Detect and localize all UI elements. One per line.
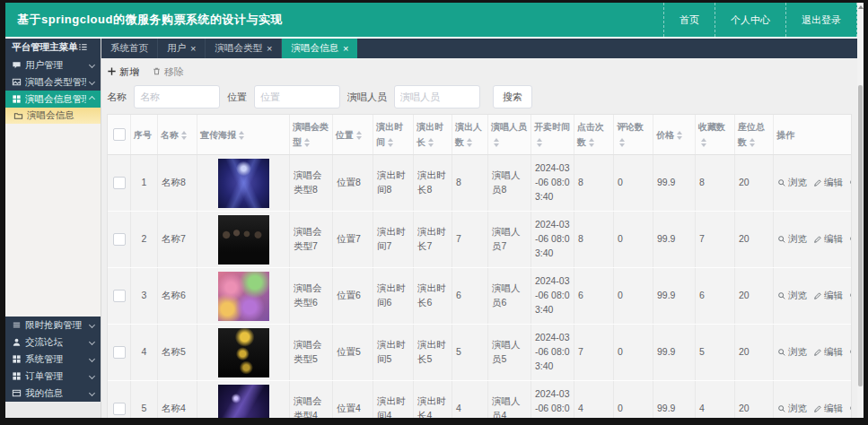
sidebar-item[interactable]: 限时抢购管理 [5, 317, 101, 334]
edit-button[interactable]: 编辑 [813, 289, 843, 303]
close-icon[interactable]: × [343, 44, 348, 54]
sort-carets[interactable] [304, 138, 310, 147]
nav-home-button[interactable]: 首页 [663, 3, 715, 37]
sidebar-subitem-label: 演唱会信息 [27, 109, 75, 122]
sort-descending-icon[interactable] [304, 143, 310, 147]
browse-button[interactable]: 浏览 [777, 289, 807, 303]
sort-carets[interactable] [467, 138, 472, 147]
poster-image [218, 272, 269, 321]
sort-carets[interactable] [428, 138, 434, 147]
close-icon[interactable]: × [267, 44, 272, 54]
sort-ascending-icon[interactable] [356, 131, 362, 134]
nav-profile-button[interactable]: 个人中心 [715, 3, 785, 37]
sort-descending-icon[interactable] [181, 136, 187, 140]
sort-carets[interactable] [537, 138, 542, 147]
remove-button[interactable]: 移除 [152, 65, 184, 79]
sidebar-item[interactable]: 演唱会类型管理 [5, 74, 101, 91]
view-comments-button[interactable]: 查看评论 [849, 232, 851, 247]
sidebar-item[interactable]: 系统管理 [5, 351, 101, 368]
sort-ascending-icon[interactable] [304, 138, 310, 142]
sort-descending-icon[interactable] [589, 143, 594, 147]
sort-ascending-icon[interactable] [467, 138, 472, 142]
sort-descending-icon[interactable] [677, 136, 682, 140]
sort-carets[interactable] [388, 138, 393, 147]
sort-carets[interactable] [494, 138, 499, 147]
sidebar-item[interactable]: 用户管理 [5, 56, 101, 74]
sidebar-item[interactable]: 演唱会信息管理 [5, 91, 101, 108]
browse-button[interactable]: 浏览 [777, 345, 807, 360]
singer-filter-input[interactable] [394, 85, 480, 108]
select-all-checkbox[interactable] [113, 128, 126, 141]
sort-descending-icon[interactable] [239, 136, 244, 140]
cell-clicks: 4 [574, 381, 614, 418]
sort-descending-icon[interactable] [356, 136, 362, 140]
sort-ascending-icon[interactable] [750, 138, 755, 142]
tab[interactable]: 演唱会信息× [282, 39, 357, 58]
row-checkbox[interactable] [113, 177, 126, 189]
search-button[interactable]: 搜索 [493, 85, 532, 108]
sidebar-item[interactable]: 我的信息 [5, 385, 101, 402]
sort-carets[interactable] [750, 138, 755, 147]
edit-button[interactable]: 编辑 [813, 402, 843, 416]
scrollbar-thumb[interactable] [858, 85, 863, 386]
sort-ascending-icon[interactable] [677, 131, 682, 134]
sort-descending-icon[interactable] [467, 143, 472, 147]
view-comments-button[interactable]: 查看评论 [849, 345, 851, 360]
browse-button[interactable]: 浏览 [777, 176, 807, 190]
nav-logout-button[interactable]: 退出登录 [785, 3, 857, 37]
sort-ascending-icon[interactable] [537, 138, 542, 142]
sidebar-item[interactable]: 订单管理 [5, 368, 101, 385]
sort-ascending-icon[interactable] [589, 138, 594, 142]
add-button[interactable]: 新增 [107, 65, 139, 79]
sort-descending-icon[interactable] [750, 143, 755, 147]
sort-carets[interactable] [619, 138, 625, 147]
scrollbar[interactable] [857, 3, 864, 418]
column-label: 操作 [776, 127, 794, 143]
sort-ascending-icon[interactable] [619, 138, 625, 142]
sort-descending-icon[interactable] [388, 143, 393, 147]
sort-ascending-icon[interactable] [239, 131, 244, 134]
location-filter-input[interactable] [254, 85, 340, 108]
sort-descending-icon[interactable] [494, 143, 499, 147]
sort-descending-icon[interactable] [537, 143, 542, 147]
sort-carets[interactable] [677, 131, 682, 140]
view-comments-button[interactable]: 查看评论 [849, 289, 851, 303]
row-checkbox[interactable] [113, 290, 126, 302]
cell-duration: 演出时长5 [414, 325, 452, 380]
sort-ascending-icon[interactable] [701, 138, 706, 142]
name-filter-input[interactable] [134, 85, 220, 108]
sort-carets[interactable] [701, 138, 706, 147]
collapse-menu-button[interactable] [78, 42, 88, 54]
sidebar-subitem-selected[interactable]: 演唱会信息 [5, 108, 101, 124]
sort-ascending-icon[interactable] [428, 138, 434, 142]
row-checkbox[interactable] [113, 346, 126, 359]
browse-button[interactable]: 浏览 [777, 402, 807, 416]
view-comments-button[interactable]: 查看评论 [849, 176, 851, 190]
sort-carets[interactable] [181, 131, 187, 140]
browse-button[interactable]: 浏览 [777, 232, 807, 247]
sort-ascending-icon[interactable] [388, 138, 393, 142]
sort-carets[interactable] [356, 131, 362, 140]
sort-descending-icon[interactable] [701, 143, 706, 147]
list-icon [12, 320, 22, 330]
sort-descending-icon[interactable] [428, 143, 434, 147]
sort-ascending-icon[interactable] [494, 138, 499, 142]
magnifier-icon [849, 404, 851, 413]
tab[interactable]: 系统首页 [101, 39, 158, 58]
header-checkbox-cell [108, 115, 131, 154]
sort-carets[interactable] [589, 138, 594, 147]
sort-ascending-icon[interactable] [181, 131, 187, 134]
sidebar-item[interactable]: 交流论坛 [5, 334, 101, 351]
tab[interactable]: 演唱会类型× [206, 39, 282, 58]
edit-button[interactable]: 编辑 [813, 176, 843, 190]
edit-button[interactable]: 编辑 [813, 232, 843, 247]
tab[interactable]: 用户× [158, 39, 206, 58]
close-icon[interactable]: × [190, 44, 196, 54]
view-comments-button[interactable]: 查看评论 [849, 402, 851, 416]
row-checkbox[interactable] [113, 403, 126, 415]
edit-button[interactable]: 编辑 [813, 345, 843, 360]
sort-descending-icon[interactable] [619, 143, 625, 147]
row-checkbox[interactable] [113, 233, 126, 246]
sort-carets[interactable] [239, 131, 244, 140]
scroll-up-arrow-icon[interactable] [857, 3, 864, 11]
